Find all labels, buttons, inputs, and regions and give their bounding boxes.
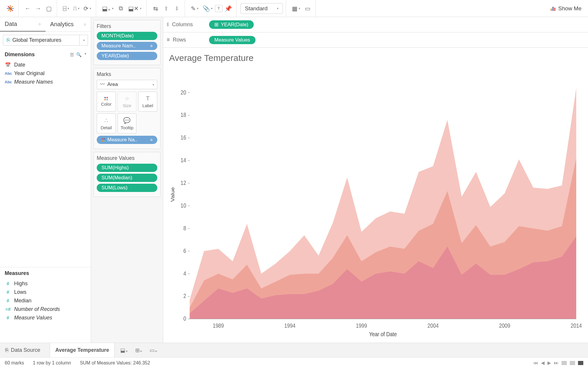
svg-text:4: 4 — [183, 270, 186, 277]
viewmode-grid[interactable] — [562, 361, 567, 365]
svg-text:0: 0 — [183, 315, 186, 322]
svg-text:16: 16 — [181, 134, 186, 141]
measure-values-card: Measure Values SUM(Highs)SUM(Median)SUM(… — [93, 152, 161, 197]
color-shelf-pill[interactable]: Measure Na.. ≡ — [97, 136, 157, 144]
mark-size[interactable]: ○Size — [118, 92, 137, 112]
new-worksheet-icon[interactable]: ⬓₊▾ — [100, 4, 115, 14]
forward-icon[interactable]: → — [33, 4, 43, 14]
sheet-tab[interactable]: Average Temperature — [50, 343, 115, 357]
sort-desc-icon[interactable]: ⬇ — [172, 4, 182, 14]
mv-title: Measure Values — [97, 155, 157, 161]
rows-shelf[interactable]: ≡Rows Measure Values — [163, 32, 588, 48]
group-icon[interactable]: 📎▾ — [201, 4, 214, 14]
mark-type-select[interactable]: 〰 Area ▾ — [97, 80, 157, 89]
datasource-icon: ⎘ — [7, 37, 10, 43]
mark-color[interactable]: Color — [97, 92, 116, 112]
swap-icon[interactable]: ⇆ — [151, 4, 161, 14]
prev-icon[interactable]: ◀ — [541, 360, 544, 366]
status-bar: 60 marks 1 row by 1 column SUM of Measur… — [0, 357, 588, 368]
measure-field[interactable]: =#Number of Records — [0, 305, 91, 314]
search-icon[interactable]: 🔍 — [76, 52, 82, 57]
mv-pill[interactable]: SUM(Median) — [97, 174, 157, 182]
dimension-field[interactable]: 📅Date — [0, 61, 91, 69]
back-icon[interactable]: ← — [23, 4, 33, 14]
svg-text:2009: 2009 — [499, 322, 510, 329]
mark-tooltip[interactable]: 💬Tooltip — [118, 113, 137, 133]
status-layout: 1 row by 1 column — [33, 360, 71, 366]
cards-icon[interactable]: ▦▾ — [290, 4, 302, 14]
pin-icon[interactable]: 📌 — [223, 4, 233, 14]
present-icon[interactable]: ▭ — [303, 4, 313, 14]
viewmode-single[interactable] — [578, 361, 583, 365]
sheet-tabs: ⎘Data Source Average Temperature ⬓₊ ⊞₊ ▭… — [0, 343, 588, 357]
area-icon: 〰 — [100, 82, 105, 87]
mark-detail[interactable]: ∴Detail — [97, 113, 116, 133]
filter-pill[interactable]: MONTH(Date) — [97, 32, 157, 40]
svg-text:Value: Value — [170, 187, 175, 202]
duplicate-icon[interactable]: ⧉ — [116, 4, 126, 14]
dimension-field[interactable]: AbcYear Original — [0, 69, 91, 78]
filters-title: Filters — [97, 23, 157, 29]
fit-select[interactable]: Standard ▾ — [240, 3, 283, 14]
dimension-field[interactable]: AbcMeasure Names — [0, 78, 91, 86]
new-dashboard-icon[interactable]: ⊞₊ — [133, 345, 144, 356]
columns-pill[interactable]: ⊞YEAR(Date) — [209, 20, 254, 29]
svg-rect-4 — [551, 9, 552, 11]
tab-analytics[interactable]: Analytics◇ — [46, 17, 91, 32]
svg-text:Year of Date: Year of Date — [369, 331, 397, 338]
new-datasource-icon[interactable]: ⌸▾ — [61, 4, 71, 14]
top-toolbar: ← → ▢ ⌸▾ ⎍▾ ⟳▾ ⬓₊▾ ⧉ ⬓✕▾ ⇆ ⬆ ⬇ ✎▾ 📎▾ T 📌… — [0, 0, 588, 17]
datasource-select[interactable]: ⎘Global Temperatures ▾ — [3, 35, 88, 46]
svg-text:2014: 2014 — [571, 322, 582, 329]
measure-field[interactable]: #Median — [0, 296, 91, 305]
filters-card: Filters MONTH(Date)Measure Nam..≡YEAR(Da… — [93, 20, 161, 65]
new-sheet-icon[interactable]: ⬓₊ — [119, 345, 129, 356]
rows-pill[interactable]: Measure Values — [209, 36, 255, 44]
mark-type-label: Area — [107, 82, 118, 87]
next-icon[interactable]: ▶ — [547, 360, 551, 366]
tableau-logo[interactable] — [5, 4, 15, 14]
highlight-icon[interactable]: ✎▾ — [189, 4, 200, 14]
pause-data-icon[interactable]: ⎍▾ — [71, 4, 81, 14]
svg-text:2004: 2004 — [427, 322, 439, 329]
showme-button[interactable]: Show Me — [546, 0, 586, 17]
measure-field[interactable]: #Highs — [0, 279, 91, 288]
fit-label: Standard — [245, 5, 268, 12]
svg-rect-6 — [554, 8, 555, 11]
mv-pill[interactable]: SUM(Lows) — [97, 184, 157, 192]
new-story-icon[interactable]: ▭₊ — [148, 345, 159, 356]
datasource-tab-icon: ⎘ — [5, 347, 9, 353]
svg-text:10: 10 — [181, 202, 186, 209]
measure-field[interactable]: #Lows — [0, 288, 91, 296]
svg-text:1989: 1989 — [213, 322, 224, 329]
filter-pill[interactable]: Measure Nam..≡ — [97, 42, 157, 50]
marks-card: Marks 〰 Area ▾ Color○SizeTLabel∴Detail💬T… — [93, 68, 161, 149]
svg-text:1999: 1999 — [356, 322, 367, 329]
sort-asc-icon[interactable]: ⬆ — [161, 4, 171, 14]
svg-text:2: 2 — [183, 293, 186, 299]
cards-column: Filters MONTH(Date)Measure Nam..≡YEAR(Da… — [91, 17, 163, 343]
svg-text:6: 6 — [183, 247, 186, 254]
refresh-icon[interactable]: ⟳▾ — [82, 4, 93, 14]
columns-shelf[interactable]: ⦀Columns ⊞YEAR(Date) — [163, 17, 588, 32]
mv-pill[interactable]: SUM(Highs) — [97, 164, 157, 172]
datasource-tab[interactable]: ⎘Data Source — [0, 343, 46, 357]
dimensions-header: Dimensions ☰🔍▾ — [0, 49, 91, 61]
text-icon[interactable]: T — [215, 5, 223, 12]
last-icon[interactable]: ⏭ — [554, 360, 559, 366]
svg-text:8: 8 — [183, 225, 186, 232]
viewmode-split[interactable] — [570, 361, 575, 365]
tab-data[interactable]: Data◇ — [0, 17, 46, 32]
rows-icon: ≡ — [167, 37, 170, 43]
clear-icon[interactable]: ⬓✕▾ — [126, 4, 143, 14]
save-icon[interactable]: ▢ — [44, 4, 54, 14]
status-marks: 60 marks — [5, 360, 24, 366]
chart-canvas[interactable]: 0246810121416182019891994199920042009201… — [169, 67, 582, 340]
svg-text:1994: 1994 — [284, 322, 295, 329]
view-icon[interactable]: ☰ — [70, 52, 74, 57]
first-icon[interactable]: ⏮ — [533, 360, 538, 366]
measure-field[interactable]: #Measure Values — [0, 314, 91, 322]
viz-area: ⦀Columns ⊞YEAR(Date) ≡Rows Measure Value… — [163, 17, 588, 343]
filter-pill[interactable]: YEAR(Date) — [97, 52, 157, 60]
mark-label[interactable]: TLabel — [138, 92, 157, 112]
